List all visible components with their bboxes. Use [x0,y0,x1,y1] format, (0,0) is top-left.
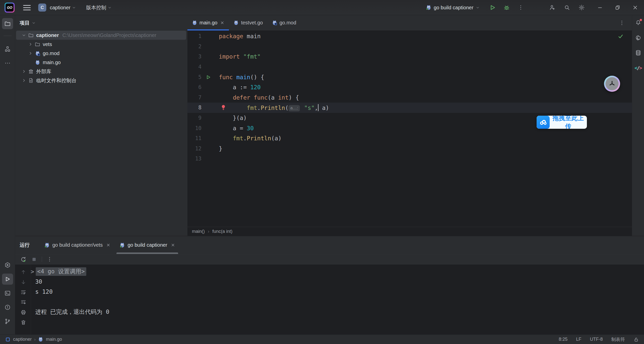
vcs-menu-label: 版本控制 [86,4,106,11]
rerun-icon [20,256,26,263]
tool-stripe-more-h-button[interactable] [2,58,13,69]
tool-stripe-version-control-button[interactable] [2,316,13,327]
tree-item-vets[interactable]: vets [15,40,187,49]
run-tab-go build captioner/vets[interactable]: go build captioner/vets [40,236,115,254]
code-text: fmt.Println(a) [215,135,281,142]
code-line-7: 7 defer func(a int) { [187,93,632,103]
tool-stripe-endpoints-button[interactable]: </> [633,62,644,73]
code-text: } [215,145,222,152]
tree-item-临时文件和控制台[interactable]: 临时文件和控制台 [15,76,187,85]
close-icon [632,5,638,11]
code-text: defer func(a int) { [215,94,299,101]
toolbar-divider [42,256,42,262]
tree-item-label: go.mod [43,51,60,56]
minimize-button[interactable] [591,0,609,15]
run-configuration-selector[interactable]: go build captioner [426,0,480,15]
intention-bulb-icon[interactable] [220,104,227,111]
folded-command-text[interactable]: <4 go 设置调用> [36,267,86,276]
tool-stripe-run-tool-button[interactable] [2,274,13,285]
netdisk-upload-widget[interactable]: 拖拽至此上传 [537,116,587,129]
debug-button[interactable] [502,3,512,13]
status-item[interactable]: UTF-8 [590,337,603,342]
breadcrumb-item[interactable]: func(a int) [212,229,232,234]
tool-stripe-problems-button[interactable] [2,302,13,313]
restore-button[interactable] [609,0,626,15]
status-item[interactable]: 制表符 [611,336,625,342]
close-icon[interactable] [171,243,175,247]
console-toolbar [17,267,30,327]
line-number: 4 [187,64,202,70]
run-tab-go build captioner[interactable]: go build captioner [115,236,180,254]
stop-button[interactable] [31,256,37,263]
soft-wrap-button[interactable] [17,287,30,297]
main-menu-icon[interactable] [23,5,31,10]
scroll-down-button[interactable] [17,277,30,287]
token-d: (a [268,94,278,101]
more-v-button[interactable] [47,256,53,262]
right-tool-stripe: </> [632,15,644,236]
rerun-button[interactable] [20,256,26,263]
settings-button[interactable] [574,3,589,13]
token-pkg: fmt [247,105,257,111]
tree-item-外部库[interactable]: 外部库 [15,67,187,76]
editor-tab-main.go[interactable]: main.go [187,15,229,30]
chevron-right-icon[interactable] [27,42,34,47]
tool-stripe-notifications-button[interactable] [633,17,644,28]
folder-icon [34,41,41,47]
tool-stripe-structure-button[interactable] [2,44,13,55]
close-button[interactable] [626,0,644,15]
chevron-right-icon[interactable] [21,78,27,83]
chevron-right-icon[interactable] [27,51,34,56]
scroll-to-end-button[interactable] [17,297,30,307]
breadcrumb-item[interactable]: main() [192,229,205,234]
add-user-button[interactable] [545,3,560,13]
tree-item-main.go[interactable]: main.go [15,58,187,67]
chevron-right-icon[interactable] [21,69,27,74]
token-d [240,53,243,60]
tool-stripe-terminal-button[interactable] [2,288,13,299]
tree-item-go.mod[interactable]: go.mod [15,49,187,58]
stripe-divider [4,36,12,36]
editor-tab-go.mod[interactable]: go.mod [267,15,301,30]
console[interactable]: ><4 go 设置调用>30s 120进程 已完成，退出代码为 0 [15,265,644,335]
screen-capture-floating-button[interactable] [604,76,620,92]
tool-stripe-ai-assistant-button[interactable] [633,32,644,43]
token-d: main [243,33,261,39]
go-file-icon [34,60,41,65]
console-line [31,297,644,307]
project-switcher[interactable]: captioner [50,5,76,11]
status-item[interactable]: LF [576,337,581,342]
run-tool-icon [4,276,11,282]
scroll-up-button[interactable] [17,267,30,277]
print-button[interactable] [17,307,30,317]
vcs-menu[interactable]: 版本控制 [86,4,112,11]
inspections-ok-icon[interactable] [617,33,624,39]
project-avatar[interactable]: C [38,4,46,12]
status-file[interactable]: main.go [46,337,62,342]
search-button[interactable] [560,3,574,13]
project-panel-header[interactable]: 项目 [15,15,187,31]
tree-item-captioner[interactable]: captionerC:\Users\meowr\GolandProjects\c… [15,31,187,40]
gutter-run-icon[interactable] [202,74,215,80]
code-editor[interactable]: 1package main23import "fmt"45func main()… [187,30,632,242]
close-icon[interactable] [220,21,224,25]
tool-stripe-project-folder-button[interactable] [2,18,13,29]
console-line: s 120 [31,287,644,297]
status-item[interactable]: 8:25 [559,337,568,342]
status-project[interactable]: captioner [13,337,32,342]
tool-stripe-services-button[interactable] [2,260,13,271]
run-button[interactable] [488,3,498,13]
tool-stripe-database-button[interactable] [633,47,644,58]
token-call: Println [247,135,271,142]
run-panel-title[interactable]: 运行 [20,236,30,254]
close-icon[interactable] [106,243,110,247]
chevron-down-icon[interactable] [21,33,27,37]
clear-button[interactable] [17,317,30,327]
go-run-icon [119,242,125,248]
go-file-icon [38,337,43,342]
token-d [301,105,304,111]
editor-tab-options-icon[interactable] [619,15,625,30]
editor-tab-testvet.go[interactable]: testvet.go [229,15,267,30]
lock-open-icon[interactable] [633,337,639,342]
more-v-button[interactable] [516,3,526,13]
